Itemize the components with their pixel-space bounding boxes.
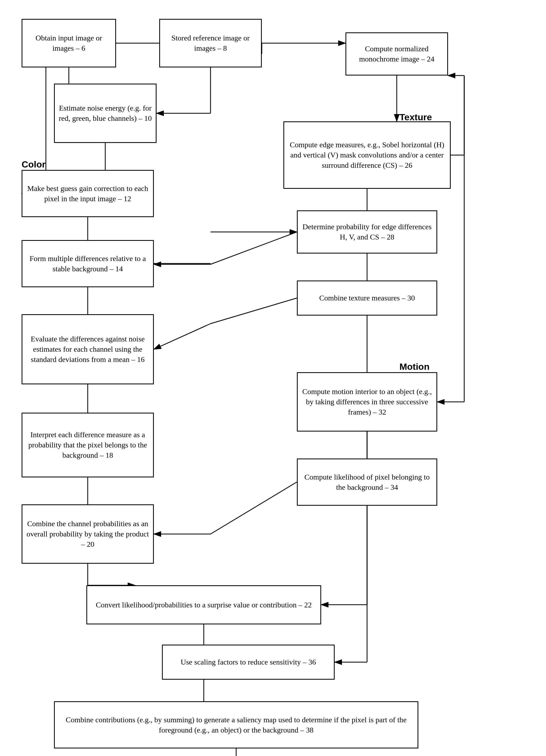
box-16: Evaluate the differences against noise e… <box>22 314 154 384</box>
svg-line-28 <box>210 482 297 534</box>
box-20: Combine the channel probabilities as an … <box>22 504 154 564</box>
svg-line-21 <box>210 298 297 324</box>
box-26: Compute edge measures, e.g., Sobel horiz… <box>284 121 451 189</box>
box-36: Use scaling factors to reduce sensitivit… <box>162 645 335 680</box>
box-38: Combine contributions (e.g., by summing)… <box>54 701 418 748</box>
label-motion: Motion <box>400 361 429 372</box>
diagram-container: Obtain input image or images – 6Stored r… <box>0 0 546 756</box>
svg-line-18 <box>210 232 297 264</box>
box-8: Stored reference image or images – 8 <box>159 19 262 67</box>
box-28: Determine probability for edge differenc… <box>297 210 437 254</box>
box-14: Form multiple differences relative to a … <box>22 240 154 287</box>
box-30: Combine texture measures – 30 <box>297 280 437 316</box>
box-10: Estimate noise energy (e.g. for red, gre… <box>54 84 156 143</box>
box-6: Obtain input image or images – 6 <box>22 19 116 67</box>
box-34: Compute likelihood of pixel belonging to… <box>297 459 437 506</box>
box-24: Compute normalized monochrome image – 24 <box>346 32 448 76</box>
box-18: Interpret each difference measure as a p… <box>22 413 154 477</box>
label-texture: Texture <box>400 112 432 122</box>
box-12: Make best guess gain correction to each … <box>22 170 154 217</box>
svg-line-22 <box>154 324 210 349</box>
box-22: Convert likelihood/probabilities to a su… <box>86 585 321 624</box>
label-color: Color <box>22 159 46 170</box>
box-32: Compute motion interior to an object (e.… <box>297 372 437 432</box>
